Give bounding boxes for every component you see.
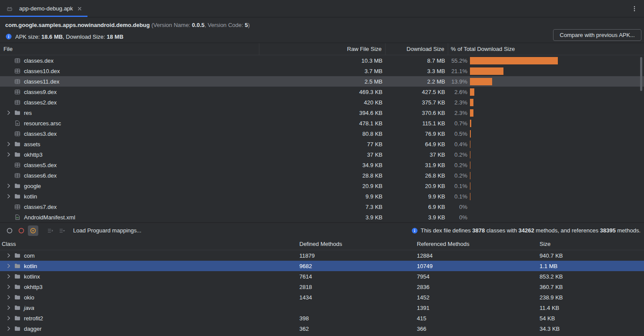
class-table-row[interactable]: dagger36236634.3 KB (0, 323, 644, 334)
chevron-right-icon[interactable] (5, 315, 14, 322)
version-code-value: 5 (245, 22, 248, 28)
file-table-row[interactable]: classes.dex10.3 MB8.7 MB55.2% (0, 55, 644, 66)
file-table-row[interactable]: classes9.dex469.3 KB427.5 KB2.6% (0, 87, 644, 97)
file-name: res (24, 110, 32, 116)
chevron-right-icon[interactable] (5, 325, 14, 332)
file-table-row[interactable]: classes2.dex420 KB375.7 KB2.3% (0, 97, 644, 108)
file-cell: assets (0, 139, 259, 149)
folder-icon (14, 182, 21, 189)
class-cell: okio (0, 292, 297, 302)
class-size: 1.1 MB (537, 263, 644, 269)
chevron-right-icon[interactable] (5, 304, 14, 311)
load-proguard-mappings-button[interactable]: Load Proguard mappings... (73, 227, 141, 234)
tab-close-icon[interactable] (77, 6, 82, 11)
chevron-right-icon[interactable] (5, 283, 14, 290)
chevron-right-icon[interactable] (5, 151, 14, 158)
download-percent-bar (470, 87, 644, 97)
file-table-row[interactable]: okhttp337 KB37 KB0.2% (0, 149, 644, 160)
apk-tab[interactable]: app-demo-debug.apk (0, 0, 87, 17)
chevron-right-icon[interactable] (5, 109, 14, 116)
version-name-value: 0.0.5 (192, 22, 205, 28)
download-size: 427.5 KB (386, 89, 448, 95)
file-table-row[interactable]: resources.arsc478.1 KB115.1 KB0.7% (0, 118, 644, 128)
column-header-file[interactable]: File (0, 43, 259, 55)
class-table: com1187912884940.7 KBkotlin9682107491.1 … (0, 250, 644, 334)
package-icon (14, 304, 21, 311)
class-table-row[interactable]: okio14341452238.9 KB (0, 292, 644, 302)
file-table-row[interactable]: classes11.dex2.5 MB2.2 MB13.9% (0, 76, 644, 87)
download-size: 2.2 MB (386, 78, 448, 85)
file-table-row[interactable]: classes7.dex7.3 KB6.9 KB0% (0, 202, 644, 212)
apk-size-line: APK size: 18.6 MB, Download Size: 18 MB (3, 31, 641, 42)
file-table-row[interactable]: google20.9 KB20.9 KB0.1% (0, 181, 644, 191)
download-size: 26.8 KB (386, 172, 448, 179)
download-percent-bar (470, 97, 644, 108)
more-options-icon[interactable] (625, 0, 644, 17)
download-percent: 2.3% (448, 110, 470, 116)
column-header-raw-size[interactable]: Raw File Size (259, 43, 386, 55)
dex-icon (14, 203, 21, 210)
show-methods-icon[interactable] (16, 225, 27, 236)
class-name: okio (24, 294, 34, 301)
expand-all-icon[interactable] (45, 225, 55, 236)
referenced-methods: 1452 (415, 294, 537, 301)
file-table-row[interactable]: classes5.dex34.9 KB31.9 KB0.2% (0, 160, 644, 170)
column-header-defined-methods[interactable]: Defined Methods (297, 241, 415, 247)
download-size: 6.9 KB (386, 204, 448, 210)
file-table-row[interactable]: assets77 KB64.9 KB0.4% (0, 139, 644, 149)
dex-icon (14, 161, 21, 168)
download-percent: 0.2% (448, 172, 470, 179)
class-table-row[interactable]: kotlinx76147954853.2 KB (0, 271, 644, 282)
class-table-row[interactable]: java139111.4 KB (0, 302, 644, 313)
file-name: AndroidManifest.xml (24, 214, 75, 221)
class-table-row[interactable]: okhttp328182836360.7 KB (0, 282, 644, 292)
file-name: classes5.dex (24, 162, 57, 168)
download-percent: 0% (448, 214, 470, 221)
download-percent: 21.1% (448, 68, 470, 74)
file-table-row[interactable]: classes10.dex3.7 MB3.3 MB21.1% (0, 66, 644, 76)
class-cell: dagger (0, 323, 297, 334)
download-percent-bar (470, 118, 644, 128)
download-percent-bar (470, 149, 644, 160)
column-header-percent[interactable]: % of Total Download Size (448, 43, 644, 55)
class-size: 54 KB (537, 315, 644, 322)
file-table-row[interactable]: res394.6 KB370.6 KB2.3% (0, 108, 644, 118)
class-table-row[interactable]: com1187912884940.7 KB (0, 250, 644, 261)
class-table-row[interactable]: retrofit239841554 KB (0, 313, 644, 323)
file-cell: res (0, 108, 259, 118)
referenced-methods: 1391 (415, 305, 537, 311)
dex-icon (14, 130, 21, 137)
column-header-size[interactable]: Size (537, 241, 644, 247)
chevron-right-icon[interactable] (5, 273, 14, 280)
file-table-row[interactable]: classes6.dex28.8 KB26.8 KB0.2% (0, 170, 644, 181)
file-cell: classes3.dex (0, 128, 259, 139)
chevron-right-icon[interactable] (5, 141, 14, 148)
file-name: classes11.dex (24, 78, 59, 85)
chevron-right-icon[interactable] (5, 262, 14, 269)
download-percent: 0.1% (448, 193, 470, 200)
column-header-download-size[interactable]: Download Size (386, 43, 448, 55)
download-size: 3.9 KB (386, 214, 448, 221)
file-table-row[interactable]: AndroidManifest.xml3.9 KB3.9 KB0% (0, 212, 644, 222)
tab-label: app-demo-debug.apk (19, 5, 73, 12)
file-cell: classes7.dex (0, 202, 259, 212)
class-table-row[interactable]: kotlin9682107491.1 MB (0, 261, 644, 271)
show-references-icon[interactable] (28, 225, 38, 236)
column-header-referenced-methods[interactable]: Referenced Methods (415, 241, 537, 247)
package-icon (14, 315, 21, 322)
chevron-right-icon[interactable] (5, 182, 14, 189)
chevron-right-icon[interactable] (5, 193, 14, 200)
compare-apk-button[interactable]: Compare with previous APK... (553, 29, 641, 41)
chevron-right-icon[interactable] (5, 252, 14, 259)
chevron-right-icon[interactable] (5, 294, 14, 301)
file-table-row[interactable]: classes3.dex80.8 KB76.9 KB0.5% (0, 128, 644, 139)
version-code-label: , Version Code: (205, 22, 245, 28)
collapse-all-icon[interactable] (57, 225, 67, 236)
column-header-class[interactable]: Class (0, 241, 297, 247)
show-fields-icon[interactable] (4, 225, 15, 236)
file-table-scrollbar[interactable] (640, 57, 642, 91)
file-cell: classes9.dex (0, 87, 259, 97)
defined-methods: 2818 (297, 284, 415, 290)
file-table: classes.dex10.3 MB8.7 MB55.2%classes10.d… (0, 55, 644, 222)
file-table-row[interactable]: kotlin9.9 KB9.9 KB0.1% (0, 191, 644, 202)
